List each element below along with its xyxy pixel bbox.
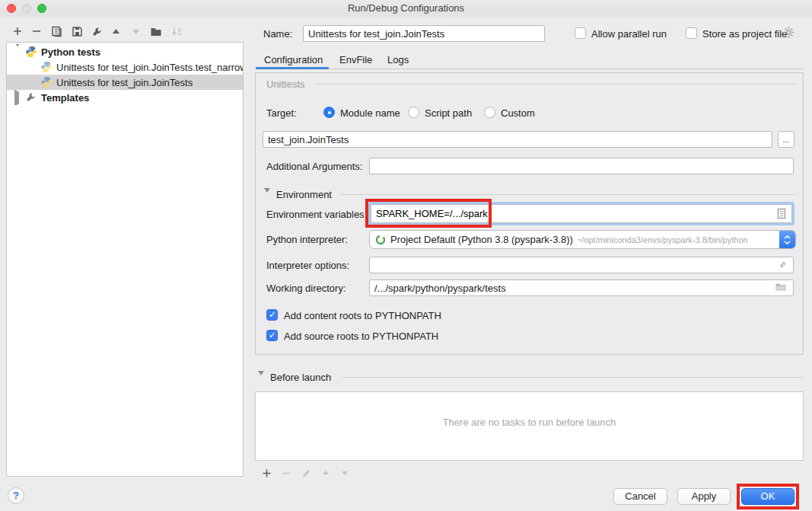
environment-collapse-caret[interactable] [264,193,270,206]
gear-icon[interactable] [782,26,795,39]
additional-arguments-input[interactable] [369,158,794,174]
tree-item-config-narrow[interactable]: Unittests for test_join.JoinTests.test_n… [7,59,243,75]
interpreter-options-input[interactable] [369,257,794,273]
additional-arguments-label: Additional Arguments: [266,161,362,172]
browse-module-button[interactable]: ... [778,131,794,148]
save-configuration-icon[interactable] [70,24,84,38]
module-name-input[interactable] [263,131,772,148]
radio-script-path[interactable] [408,107,419,118]
name-input[interactable] [303,25,545,42]
interpreter-path: ~/opt/miniconda3/envs/pyspark-3.8/bin/py… [577,235,779,244]
working-directory-input[interactable] [369,279,794,296]
expanded-caret-icon[interactable] [14,46,22,58]
edit-task-icon [299,466,313,480]
remove-configuration-icon[interactable] [30,24,43,38]
add-source-roots-checkbox[interactable] [266,330,278,341]
environment-section-title: Environment [276,189,332,200]
expand-field-icon[interactable] [778,260,790,272]
tab-configuration[interactable]: Configuration [264,54,323,65]
tab-envfile[interactable]: EnvFile [339,54,372,65]
active-tab-underline [256,67,329,69]
python-interpreter-label: Python interpreter: [266,234,348,245]
templates-wrench-icon [25,91,37,104]
highlight-box-ok-button [737,484,799,509]
tree-item-label: Unittests for test_join.JoinTests [56,77,193,88]
radio-module-name[interactable] [323,107,335,118]
folder-icon[interactable] [775,282,787,294]
tree-item-config-selected[interactable]: Unittests for test_join.JoinTests [7,75,243,90]
add-content-roots-label: Add content roots to PYTHONPATH [284,310,441,321]
apply-button[interactable]: Apply [677,488,731,505]
add-content-roots-checkbox[interactable] [266,309,278,321]
radio-custom[interactable] [484,107,495,118]
tree-item-label: Templates [41,92,89,104]
allow-parallel-run-checkbox[interactable] [575,27,586,39]
tab-divider [329,69,804,69]
unittests-group-title: Unittests [266,78,305,90]
add-task-icon[interactable] [260,466,273,480]
radio-script-path-label: Script path [425,107,472,119]
interpreter-stepper-icon[interactable] [779,231,795,248]
window-title: Run/Debug Configurations [0,2,812,14]
python-icon [25,46,37,58]
name-label: Name: [263,28,292,40]
before-launch-tasks-panel: There are no tasks to run before launch [255,391,804,461]
add-source-roots-label: Add source roots to PYTHONPATH [284,331,438,342]
sort-configurations-icon [170,24,183,38]
remove-task-icon [279,466,293,480]
interpreter-value: Project Default (Python 3.8 (pyspark-3.8… [390,234,573,245]
edit-templates-icon[interactable] [90,24,103,38]
highlight-box-environment-variables [365,199,492,228]
copy-configuration-icon[interactable] [49,24,63,38]
add-configuration-icon[interactable] [11,24,24,38]
store-as-project-file-label: Store as project file [702,28,787,40]
run-debug-configurations-dialog: Run/Debug Configurations Python tests [0,0,812,511]
radio-module-name-label: Module name [340,107,400,119]
tab-logs[interactable]: Logs [387,54,409,65]
tree-item-label: Python tests [41,46,100,58]
before-launch-collapse-caret[interactable] [258,375,264,389]
move-task-up-icon [319,466,333,480]
conda-env-icon [375,235,386,245]
move-down-icon [129,24,142,38]
configurations-tree: Python tests Unittests for test_join.Joi… [6,42,244,477]
python-test-icon [40,61,53,73]
radio-custom-label: Custom [501,107,535,119]
new-folder-icon[interactable] [149,24,163,38]
environment-divider [339,194,798,195]
move-task-down-icon [338,466,352,480]
target-label: Target: [266,107,297,119]
python-test-icon [40,76,53,88]
store-as-project-file-checkbox[interactable] [686,27,697,39]
before-launch-title: Before launch [270,372,331,383]
tree-item-label: Unittests for test_join.JoinTests.test_n… [56,62,243,73]
before-launch-divider [342,377,804,378]
group-divider [315,84,798,85]
working-directory-label: Working directory: [266,283,346,294]
tree-item-python-tests[interactable]: Python tests [7,44,243,59]
cancel-button[interactable]: Cancel [613,488,667,505]
help-button[interactable]: ? [8,487,24,504]
interpreter-options-label: Interpreter options: [266,260,349,271]
tree-item-templates[interactable]: Templates [7,90,243,105]
collapsed-caret-icon[interactable] [14,92,22,104]
env-variables-browse-icon[interactable] [776,208,788,220]
environment-variables-label: Environment variables: [266,209,367,220]
title-bar: Run/Debug Configurations [0,0,812,17]
allow-parallel-run-label: Allow parallel run [591,28,667,40]
move-up-icon[interactable] [109,24,123,38]
python-interpreter-select[interactable]: Project Default (Python 3.8 (pyspark-3.8… [369,230,796,249]
before-launch-empty-text: There are no tasks to run before launch [256,417,803,428]
